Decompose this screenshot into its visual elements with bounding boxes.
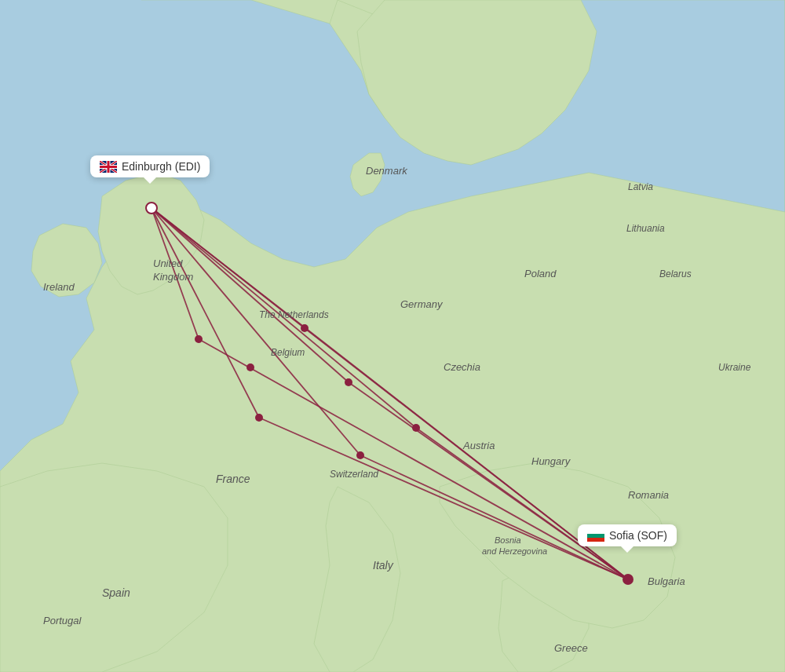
svg-point-20 (356, 451, 364, 459)
svg-text:Greece: Greece (554, 642, 588, 654)
svg-text:Czechia: Czechia (444, 361, 480, 373)
svg-text:Belarus: Belarus (659, 268, 692, 279)
svg-text:Romania: Romania (628, 489, 669, 501)
edinburgh-label: Edinburgh (EDI) (122, 160, 200, 173)
svg-point-17 (301, 324, 309, 332)
svg-text:Italy: Italy (373, 559, 394, 572)
svg-text:Kingdom: Kingdom (153, 271, 193, 283)
svg-text:Poland: Poland (524, 268, 557, 279)
svg-text:Austria: Austria (462, 440, 495, 451)
svg-point-18 (345, 378, 352, 386)
svg-point-22 (623, 574, 633, 585)
svg-text:Denmark: Denmark (366, 165, 408, 177)
svg-text:Bulgaria: Bulgaria (648, 575, 685, 587)
svg-point-14 (195, 335, 203, 343)
sofia-label: Sofia (SOF) (609, 529, 667, 542)
svg-rect-49 (587, 530, 604, 534)
svg-text:Latvia: Latvia (628, 181, 653, 192)
svg-text:and Herzegovina: and Herzegovina (482, 546, 547, 556)
map-svg: Ireland United Kingdom Denmark The Nethe… (0, 0, 785, 672)
svg-text:Lithuania: Lithuania (626, 223, 665, 234)
svg-text:United: United (153, 257, 183, 269)
svg-text:Germany: Germany (400, 298, 444, 310)
svg-text:Ireland: Ireland (43, 281, 75, 293)
svg-point-19 (412, 424, 420, 432)
map-container: Ireland United Kingdom Denmark The Nethe… (0, 0, 785, 672)
svg-text:Belgium: Belgium (271, 347, 305, 358)
svg-text:Bosnia: Bosnia (495, 535, 521, 545)
svg-text:Switzerland: Switzerland (330, 469, 378, 480)
svg-text:Ukraine: Ukraine (718, 362, 751, 373)
svg-rect-51 (587, 538, 604, 542)
svg-text:France: France (216, 473, 250, 485)
bg-flag-icon (587, 530, 604, 542)
edinburgh-tooltip: Edinburgh (EDI) (90, 155, 210, 177)
svg-text:Spain: Spain (102, 586, 130, 599)
svg-text:The Netherlands: The Netherlands (259, 309, 329, 320)
svg-text:Portugal: Portugal (43, 615, 82, 626)
svg-point-15 (246, 363, 254, 371)
svg-rect-50 (587, 534, 604, 538)
uk-flag-icon (100, 161, 117, 173)
sofia-tooltip: Sofia (SOF) (578, 524, 677, 546)
svg-point-16 (255, 414, 263, 422)
svg-text:Hungary: Hungary (531, 455, 571, 467)
svg-point-21 (146, 203, 157, 214)
